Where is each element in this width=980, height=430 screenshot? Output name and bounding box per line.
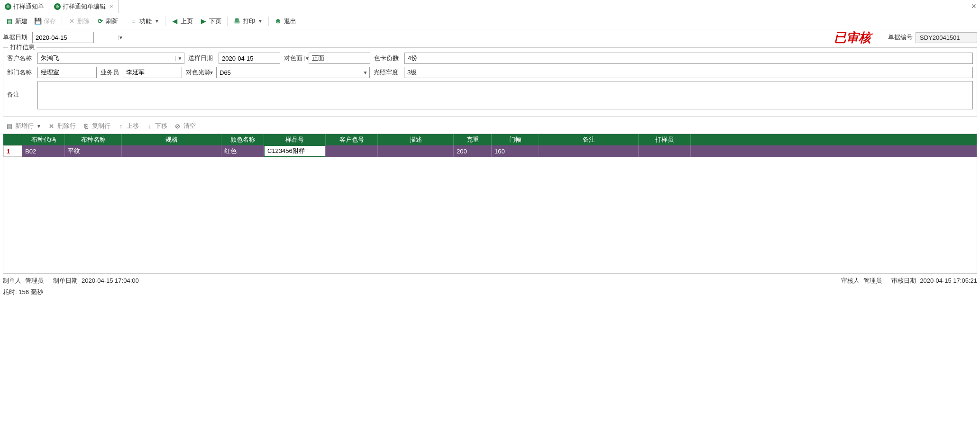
cell-sample[interactable]: C123456附样: [264, 145, 326, 157]
refresh-icon: ⟳: [96, 18, 104, 25]
col-width[interactable]: 门幅: [492, 134, 539, 145]
col-sample[interactable]: 样品号: [264, 134, 326, 145]
auditor-label: 审核人: [841, 277, 860, 285]
next-button[interactable]: ▶下页: [197, 16, 224, 27]
close-all-icon[interactable]: ×: [971, 1, 976, 11]
col-weight[interactable]: 克重: [454, 134, 492, 145]
delete-icon: ✕: [68, 18, 75, 25]
audit-date-value: 2020-04-15 17:05:21: [920, 277, 977, 284]
tab-edit[interactable]: ⊕ 打样通知单编辑 ×: [49, 0, 119, 13]
new-icon: ▤: [6, 18, 13, 25]
cell-width[interactable]: 160: [492, 145, 539, 157]
light-source-field[interactable]: ▼: [216, 67, 370, 78]
col-cust-color[interactable]: 客户色号: [326, 134, 378, 145]
doc-date-field[interactable]: ▼: [32, 32, 94, 43]
copy-row-button[interactable]: ⎘复制行: [80, 120, 113, 132]
status-bar: 耗时: 156 毫秒: [0, 287, 980, 297]
new-button[interactable]: ▤新建: [3, 16, 30, 27]
chevron-down-icon[interactable]: ▼: [361, 70, 369, 75]
docno-value: SDY20041501: [916, 32, 977, 43]
remark-field[interactable]: [37, 81, 973, 109]
chevron-down-icon[interactable]: ▼: [118, 35, 123, 40]
grid-body[interactable]: 1 B02 平纹 红色 C123456附样 200 160: [3, 145, 977, 273]
tab-list[interactable]: ⊕ 打样通知单: [0, 0, 49, 13]
save-icon: 💾: [34, 18, 42, 25]
audit-date-label: 审核日期: [891, 277, 916, 285]
separator: [165, 17, 165, 26]
col-staff[interactable]: 打样员: [639, 134, 691, 145]
save-button[interactable]: 💾保存: [31, 16, 59, 27]
add-row-button[interactable]: ▤新增行▼: [3, 120, 44, 132]
col-name[interactable]: 布种名称: [65, 134, 122, 145]
close-icon[interactable]: ×: [110, 3, 113, 10]
separator: [227, 17, 228, 26]
customer-field[interactable]: ▼: [37, 53, 184, 64]
light-source-label: 对色光源: [186, 68, 212, 77]
clear-icon: ⊘: [174, 122, 182, 130]
footer-bar: 制单人管理员 制单日期2020-04-15 17:04:00 审核人管理员 审核…: [0, 274, 980, 287]
sample-info-group: 打样信息 客户名称 ▼ 送样日期 ▼ 对色面 ▼ 色卡份数 部门名称 ▼ 业务员…: [3, 47, 977, 116]
send-date-label: 送样日期: [188, 54, 215, 63]
col-spec[interactable]: 规格: [122, 134, 221, 145]
move-up-button[interactable]: ↑上移: [114, 120, 142, 132]
func-button[interactable]: ≡功能▼: [127, 16, 162, 27]
table-row[interactable]: 1 B02 平纹 红色 C123456附样 200 160: [3, 145, 977, 157]
cell-spec[interactable]: [122, 145, 221, 157]
print-button[interactable]: 🖶打印▼: [230, 16, 266, 27]
globe-icon: ⊕: [5, 3, 11, 10]
compare-side-label: 对色面: [284, 54, 305, 63]
refresh-button[interactable]: ⟳刷新: [93, 16, 121, 27]
col-desc[interactable]: 描述: [378, 134, 454, 145]
detail-grid: 布种代码 布种名称 规格 颜色名称 样品号 客户色号 描述 克重 门幅 备注 打…: [3, 134, 977, 274]
cell-color[interactable]: 红色: [221, 145, 264, 157]
tab-label: 打样通知单编辑: [63, 2, 106, 11]
cell-remark[interactable]: [539, 145, 639, 157]
auditor-value: 管理员: [863, 277, 882, 285]
light-fastness-field[interactable]: [404, 67, 973, 78]
card-count-label: 色卡份数: [374, 54, 401, 63]
col-color[interactable]: 颜色名称: [221, 134, 264, 145]
cell-staff[interactable]: [639, 145, 691, 157]
group-title: 打样信息: [8, 43, 37, 52]
dept-field[interactable]: ▼: [37, 67, 97, 78]
print-icon: 🖶: [233, 18, 241, 25]
grid-toolbar: ▤新增行▼ ✕删除行 ⎘复制行 ↑上移 ↓下移 ⊘清空: [0, 118, 980, 134]
exit-icon: ⊗: [275, 18, 282, 25]
separator: [62, 17, 62, 26]
cell-weight[interactable]: 200: [454, 145, 492, 157]
cell-code[interactable]: B02: [22, 145, 65, 157]
col-code[interactable]: 布种代码: [22, 134, 65, 145]
down-icon: ↓: [146, 122, 153, 130]
col-rownum: [3, 134, 22, 145]
delete-button[interactable]: ✕删除: [65, 16, 92, 27]
cell-desc[interactable]: [378, 145, 454, 157]
creator-label: 制单人: [3, 277, 21, 285]
delete-row-button[interactable]: ✕删除行: [45, 120, 79, 132]
doc-date-input[interactable]: [33, 33, 118, 42]
chevron-down-icon: ▼: [258, 18, 263, 24]
send-date-field[interactable]: ▼: [219, 53, 280, 64]
chevron-down-icon[interactable]: ▼: [175, 56, 184, 61]
copy-icon: ⎘: [82, 122, 90, 130]
card-count-field[interactable]: [404, 53, 973, 64]
row-number: 1: [3, 145, 22, 157]
col-remark[interactable]: 备注: [539, 134, 639, 145]
compare-side-field[interactable]: ▼: [309, 53, 370, 64]
separator: [124, 17, 124, 26]
grid-header: 布种代码 布种名称 规格 颜色名称 样品号 客户色号 描述 克重 门幅 备注 打…: [3, 134, 977, 145]
cell-name[interactable]: 平纹: [65, 145, 122, 157]
prev-button[interactable]: ◀上页: [168, 16, 196, 27]
clear-button[interactable]: ⊘清空: [171, 120, 199, 132]
sales-field[interactable]: ▼: [123, 67, 182, 78]
doc-date-label: 单据日期: [3, 33, 29, 42]
light-fastness-label: 光照牢度: [374, 68, 400, 77]
chevron-down-icon: ▼: [155, 18, 159, 24]
cell-cust-color[interactable]: [326, 145, 378, 157]
move-down-button[interactable]: ↓下移: [143, 120, 170, 132]
main-toolbar: ▤新建 💾保存 ✕删除 ⟳刷新 ≡功能▼ ◀上页 ▶下页 🖶打印▼ ⊗退出: [0, 13, 980, 29]
prev-icon: ◀: [171, 18, 179, 25]
dept-label: 部门名称: [7, 68, 34, 77]
tab-bar: ⊕ 打样通知单 ⊕ 打样通知单编辑 × ×: [0, 0, 980, 13]
create-date-label: 制单日期: [53, 277, 78, 285]
exit-button[interactable]: ⊗退出: [272, 16, 299, 27]
